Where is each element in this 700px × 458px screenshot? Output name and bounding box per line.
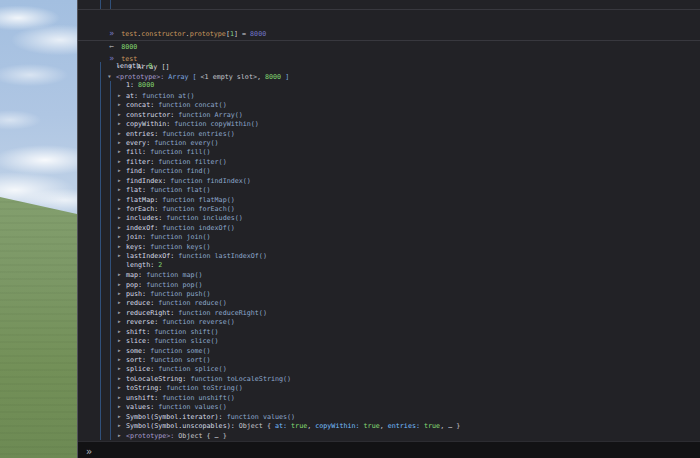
twisty-icon[interactable]: ▶ [118,364,126,373]
tree-row[interactable]: ▶copyWithin: function copyWithin() [78,119,700,128]
tree-row[interactable]: ▶indexOf: function indexOf() [78,223,700,232]
tree-row[interactable]: ▶pop: function pop() [78,280,700,289]
result-row[interactable]: ←8000 [78,26,700,40]
twisty-icon[interactable]: ▶ [118,195,126,204]
tree-row[interactable]: ▶values: function values() [78,402,700,411]
twisty-icon[interactable]: ▶ [118,110,126,119]
twisty-icon[interactable]: ▶ [118,298,126,307]
tree-row[interactable]: ▶lastIndexOf: function lastIndexOf() [78,251,700,260]
twisty-icon[interactable]: ▶ [118,393,126,402]
tree-row[interactable]: length: 0 [78,62,700,71]
tree-row[interactable]: ▶entries: function entries() [78,129,700,138]
token: function find() [150,167,210,175]
tree-row[interactable]: ▶reverse: function reverse() [78,317,700,326]
twisty-icon[interactable]: ▶ [118,251,126,260]
tree-row[interactable]: ▶slice: function slice() [78,336,700,345]
twisty-icon[interactable]: ▶ [118,280,126,289]
twisty-icon[interactable]: ▶ [118,166,126,175]
token: function flatMap() [162,195,234,203]
twisty-icon[interactable]: ▶ [118,204,126,213]
console-input-bar[interactable]: » [78,441,700,458]
twisty-icon[interactable]: ▶ [118,232,126,241]
token: function lastIndexOf() [178,252,267,260]
tree-row[interactable]: ▶filter: function filter() [78,157,700,166]
tree-row[interactable]: ▶splice: function splice() [78,364,700,373]
tree-row[interactable]: ▶toString: function toString() [78,383,700,392]
twisty-icon[interactable]: ▶ [118,346,126,355]
tree-row[interactable]: ▶unshift: function unshift() [78,393,700,402]
twisty-icon[interactable]: ▶ [118,336,126,345]
token: function includes() [166,214,243,222]
twisty-icon[interactable]: ▶ [118,412,126,421]
twisty-icon[interactable]: ▶ [118,157,126,166]
tree-row[interactable]: ▶keys: function keys() [78,242,700,251]
token: true [364,422,380,430]
tree-row[interactable]: 1: 8000 [78,81,700,90]
command-echo-row[interactable]: »test.constructor.prototype[1] = 8000 [78,10,700,26]
token: function fill() [150,148,210,156]
tree-row[interactable]: ▶flat: function flat() [78,185,700,194]
twisty-icon[interactable]: ▶ [118,242,126,251]
twisty-icon[interactable]: ▶ [118,91,126,100]
token: length: [126,261,158,269]
tree-row[interactable]: ▶shift: function shift() [78,327,700,336]
token: Object { … } [178,431,226,439]
tree-row[interactable]: ▶map: function map() [78,270,700,279]
tree-row[interactable]: ▶every: function every() [78,138,700,147]
result-root-row[interactable]: ←▼Array [] [78,53,700,62]
tree-row[interactable]: ▶<prototype>: Object { … } [78,431,700,440]
twisty-icon[interactable]: ▶ [118,421,126,430]
twisty-icon[interactable]: ▶ [118,129,126,138]
tree-row[interactable]: ▶fill: function fill() [78,147,700,156]
token: function some() [150,346,210,354]
twisty-icon[interactable]: ▶ [118,213,126,222]
token: 8000 [265,72,281,80]
token: function push() [150,289,210,297]
token: function findIndex() [170,176,251,184]
tree-row[interactable]: ▶push: function push() [78,289,700,298]
tree-row[interactable]: ▶constructor: function Array() [78,110,700,119]
twisty-icon[interactable]: ▶ [118,289,126,298]
twisty-icon[interactable]: ▶ [118,355,126,364]
twisty-icon[interactable]: ▶ [118,176,126,185]
tree-row[interactable]: ▶join: function join() [78,232,700,241]
tree-row[interactable]: ▶some: function some() [78,346,700,355]
command-echo-row[interactable]: »test [78,41,700,53]
tree-row[interactable]: ▶forEach: function forEach() [78,204,700,213]
twisty-icon[interactable]: ▶ [118,308,126,317]
tree-row[interactable]: ▶Symbol(Symbol.unscopables): Object { at… [78,421,700,430]
twisty-icon[interactable]: ▶ [118,402,126,411]
tree-row[interactable]: ▶findIndex: function findIndex() [78,176,700,185]
tree-row[interactable]: ▶at: function at() [78,91,700,100]
tree-row[interactable]: ▶toLocaleString: function toLocaleString… [78,374,700,383]
token: flatMap: [126,195,162,203]
twisty-icon[interactable]: ▶ [118,223,126,232]
twisty-icon[interactable]: ▶ [118,138,126,147]
twisty-icon[interactable]: ▶ [118,119,126,128]
twisty-icon[interactable]: ▶ [118,317,126,326]
twisty-icon[interactable]: ▶ [118,100,126,109]
tree-row[interactable]: ▶reduce: function reduce() [78,298,700,307]
tree-row[interactable]: ▶includes: function includes() [78,213,700,222]
token: , … } [440,422,460,430]
tree-row[interactable]: ▶find: function find() [78,166,700,175]
twisty-icon[interactable]: ▶ [118,431,126,440]
twisty-icon[interactable]: ▶ [118,383,126,392]
twisty-icon[interactable]: ▶ [118,185,126,194]
tree-row[interactable]: ▶sort: function sort() [78,355,700,364]
twisty-icon[interactable]: ▼ [108,72,116,81]
token: function values() [227,412,295,420]
tree-row[interactable]: ▼<prototype>: Array [ <1 empty slot>, 80… [78,72,700,81]
tree-row[interactable]: ▶Symbol(Symbol.iterator): function value… [78,412,700,421]
token: 1: [126,81,138,89]
tree-row[interactable]: ▶concat: function concat() [78,100,700,109]
tree-row[interactable]: ▶reduceRight: function reduceRight() [78,308,700,317]
twisty-icon[interactable]: ▶ [118,374,126,383]
twisty-icon[interactable]: ▶ [118,147,126,156]
tree-row[interactable]: ▶flatMap: function flatMap() [78,195,700,204]
tree-row[interactable]: length: 2 [78,261,700,270]
token: function map() [146,271,202,279]
twisty-icon[interactable]: ▶ [118,327,126,336]
previous-entry-row[interactable]: ▶<prototype>: Object { … } [78,0,700,9]
twisty-icon[interactable]: ▶ [118,270,126,279]
